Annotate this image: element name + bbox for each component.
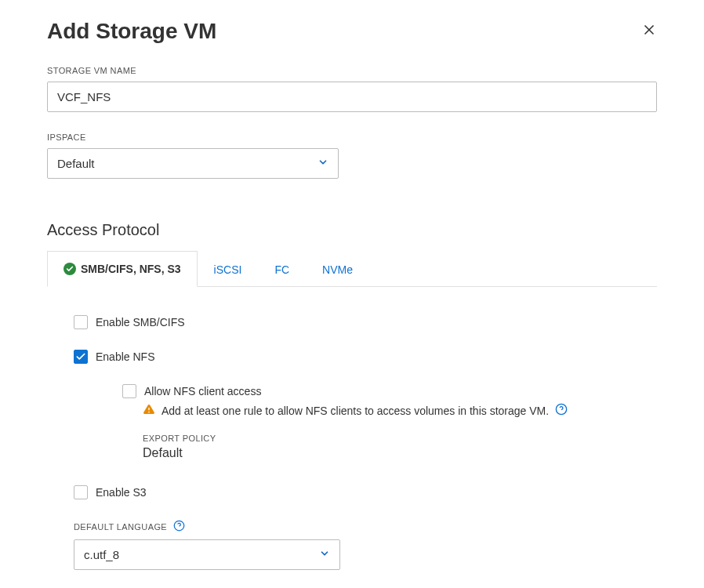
enable-nfs-checkbox[interactable] (74, 350, 88, 364)
tab-label: FC (274, 263, 289, 276)
ipspace-value: Default (57, 157, 95, 170)
enable-smb-checkbox[interactable] (74, 315, 88, 329)
chevron-down-icon (319, 548, 330, 561)
enable-smb-label: Enable SMB/CIFS (96, 316, 185, 328)
enable-s3-label: Enable S3 (96, 486, 147, 499)
enable-nfs-label: Enable NFS (96, 350, 154, 363)
default-language-value: c.utf_8 (84, 548, 119, 561)
page-title: Add Storage VM (47, 19, 216, 44)
access-protocol-title: Access Protocol (47, 221, 657, 239)
svm-name-input[interactable] (47, 82, 657, 112)
default-language-select[interactable]: c.utf_8 (74, 539, 340, 570)
tab-label: NVMe (322, 263, 353, 276)
tab-label: iSCSI (214, 263, 242, 276)
tab-fc[interactable]: FC (258, 251, 306, 287)
chevron-down-icon (318, 157, 328, 170)
tab-nvme[interactable]: NVMe (306, 251, 369, 287)
ipspace-label: IPSPACE (47, 132, 657, 142)
export-policy-value: Default (143, 446, 657, 460)
warning-icon (143, 403, 155, 418)
enable-s3-checkbox[interactable] (74, 485, 88, 499)
export-policy-label: EXPORT POLICY (143, 434, 657, 443)
nfs-warning-text: Add at least one rule to allow NFS clien… (161, 405, 549, 417)
svg-point-3 (148, 412, 150, 413)
allow-nfs-client-label: Allow NFS client access (144, 385, 261, 397)
tab-iscsi[interactable]: iSCSI (198, 251, 259, 287)
svm-name-label: STORAGE VM NAME (47, 66, 657, 75)
protocol-tabs: SMB/CIFS, NFS, S3 iSCSI FC NVMe (47, 250, 657, 287)
default-language-label: DEFAULT LANGUAGE (74, 520, 657, 533)
check-circle-icon (64, 263, 76, 275)
help-icon[interactable] (173, 520, 185, 533)
close-icon[interactable] (641, 22, 657, 41)
help-icon[interactable] (555, 403, 568, 418)
ipspace-select[interactable]: Default (47, 148, 339, 179)
tab-smb-nfs-s3[interactable]: SMB/CIFS, NFS, S3 (47, 251, 198, 287)
allow-nfs-client-checkbox[interactable] (122, 384, 136, 398)
tab-label: SMB/CIFS, NFS, S3 (81, 263, 181, 275)
